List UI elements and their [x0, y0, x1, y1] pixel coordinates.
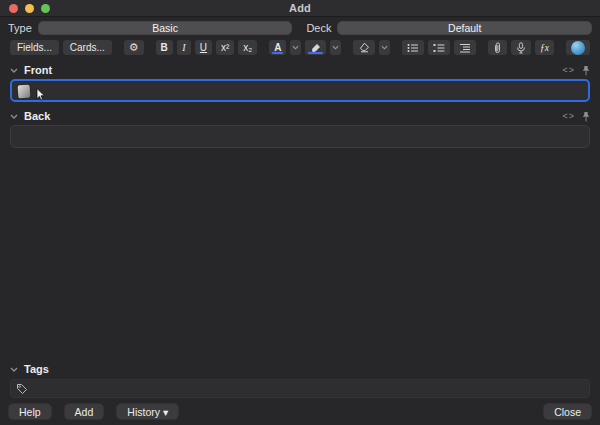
- highlight-color-dropdown[interactable]: [330, 40, 341, 55]
- zoom-window-button[interactable]: [41, 4, 50, 13]
- function-icon: ƒx: [540, 43, 549, 53]
- tags-header: Tags: [0, 362, 600, 376]
- front-field-header: Front <>: [0, 63, 600, 77]
- globe-icon: [571, 41, 585, 55]
- empty-area: [0, 148, 600, 362]
- type-label: Type: [8, 22, 32, 34]
- html-editor-toggle[interactable]: <>: [562, 111, 575, 121]
- ordered-list-button[interactable]: [428, 40, 450, 55]
- front-field-label: Front: [24, 64, 52, 76]
- chevron-down-icon: [292, 45, 299, 50]
- chevron-down-icon: [381, 45, 388, 50]
- unordered-list-button[interactable]: [402, 40, 424, 55]
- collapse-front-button[interactable]: [10, 68, 20, 73]
- back-field-input[interactable]: [10, 125, 590, 148]
- footer-bar: Help Add History ▾ Close: [0, 398, 600, 425]
- italic-button[interactable]: I: [177, 40, 191, 55]
- indent-button[interactable]: [454, 40, 476, 55]
- pasted-image-thumbnail[interactable]: [18, 85, 31, 99]
- chevron-down-icon: [10, 68, 18, 73]
- text-color-button[interactable]: A: [269, 40, 286, 55]
- mouse-cursor-icon: [36, 88, 46, 101]
- type-deck-row: Type Basic Deck Default: [0, 17, 600, 38]
- microphone-icon: [516, 42, 526, 54]
- fields-button[interactable]: Fields...: [10, 40, 59, 55]
- gear-icon: ⚙: [129, 41, 139, 54]
- highlighter-icon: [310, 43, 321, 53]
- add-button[interactable]: Add: [64, 403, 105, 420]
- indent-icon: [459, 43, 471, 53]
- tags-input[interactable]: [10, 379, 590, 398]
- pin-icon[interactable]: [582, 65, 590, 76]
- minimize-window-button[interactable]: [25, 4, 34, 13]
- chevron-down-icon: [10, 114, 18, 119]
- close-button[interactable]: Close: [543, 403, 592, 420]
- remove-formatting-dropdown[interactable]: [379, 40, 390, 55]
- help-button[interactable]: Help: [8, 403, 52, 420]
- back-field-label: Back: [24, 110, 50, 122]
- text-color-dropdown[interactable]: [290, 40, 301, 55]
- tag-icon: [16, 383, 28, 395]
- tags-label: Tags: [24, 363, 49, 375]
- deck-selector[interactable]: Default: [337, 21, 592, 35]
- cards-button[interactable]: Cards...: [63, 40, 112, 55]
- bold-button[interactable]: B: [156, 40, 173, 55]
- html-editor-toggle[interactable]: <>: [562, 65, 575, 75]
- attach-media-button[interactable]: [488, 40, 507, 55]
- traffic-lights: [9, 4, 50, 13]
- add-note-window: Add Type Basic Deck Default Fields... Ca…: [0, 0, 600, 425]
- chevron-down-icon: [332, 45, 339, 50]
- subscript-button[interactable]: x₂: [238, 40, 257, 55]
- collapse-tags-button[interactable]: [10, 367, 20, 372]
- numbered-list-icon: [433, 43, 445, 53]
- note-type-selector[interactable]: Basic: [38, 21, 293, 35]
- underline-button[interactable]: U: [195, 40, 212, 55]
- bullet-list-icon: [407, 43, 419, 53]
- highlight-color-button[interactable]: [305, 40, 326, 55]
- highlight-color-swatch: [308, 52, 323, 54]
- addon-globe-button[interactable]: [566, 40, 590, 55]
- remove-formatting-button[interactable]: [353, 40, 375, 55]
- collapse-back-button[interactable]: [10, 114, 20, 119]
- record-audio-button[interactable]: [511, 40, 531, 55]
- chevron-down-icon: [10, 367, 18, 372]
- window-title: Add: [289, 2, 311, 14]
- settings-gear-button[interactable]: ⚙: [124, 40, 144, 55]
- titlebar: Add: [0, 0, 600, 17]
- eraser-icon: [358, 42, 370, 53]
- math-equation-button[interactable]: ƒx: [535, 40, 554, 55]
- front-field-input[interactable]: [10, 79, 590, 102]
- text-color-swatch: [272, 52, 283, 54]
- back-field-header: Back <>: [0, 109, 600, 123]
- paperclip-icon: [493, 42, 502, 54]
- superscript-button[interactable]: x²: [216, 40, 234, 55]
- editor-toolbar: Fields... Cards... ⚙ B I U x² x₂ A: [0, 38, 600, 57]
- pin-icon[interactable]: [582, 111, 590, 122]
- history-button[interactable]: History ▾: [116, 403, 179, 420]
- deck-label: Deck: [306, 22, 331, 34]
- close-window-button[interactable]: [9, 4, 18, 13]
